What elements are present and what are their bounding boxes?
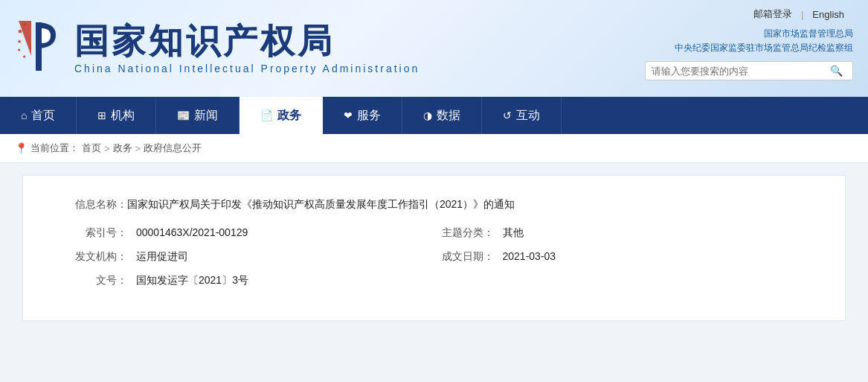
nav-item-gov[interactable]: 📄 政务 — [239, 97, 323, 134]
search-input[interactable] — [652, 66, 830, 77]
topic-value: 其他 — [503, 226, 801, 240]
nav-label-interact: 互动 — [516, 108, 540, 124]
logo-cn: 国家知识产权局 — [74, 22, 419, 60]
info-org-half: 发文机构： 运用促进司 — [68, 250, 434, 264]
info-title-value: 国家知识产权局关于印发《推动知识产权高质量发展年度工作指引（2021）》的通知 — [127, 198, 800, 211]
date-value: 2021-03-03 — [503, 250, 801, 262]
doc-num-value: 国知发运字〔2021〕3号 — [136, 274, 800, 287]
nav-item-institution[interactable]: ⊞ 机构 — [77, 97, 156, 134]
topic-label: 主题分类： — [434, 226, 494, 240]
content-area: 信息名称： 国家知识产权局关于印发《推动知识产权高质量发展年度工作指引（2021… — [22, 175, 846, 321]
svg-text:★: ★ — [17, 48, 21, 52]
sub-link-2[interactable]: 中央纪委国家监委驻市场监管总局纪检监察组 — [675, 41, 853, 55]
svg-text:★: ★ — [17, 39, 22, 44]
breadcrumb-gov[interactable]: 政务 — [113, 141, 132, 155]
sub-link-1[interactable]: 国家市场监督管理总局 — [764, 27, 853, 41]
info-row-docnum: 文号： 国知发运字〔2021〕3号 — [68, 274, 800, 287]
logo-text-area: 国家知识产权局 China National Intellectual Prop… — [74, 22, 419, 75]
nav-label-news: 新闻 — [194, 108, 218, 124]
breadcrumb: 📍 当前位置： 首页 > 政务 > 政府信息公开 — [0, 134, 868, 163]
nav-bar: ⌂ 首页 ⊞ 机构 📰 新闻 📄 政务 ❤ 服务 ◑ 数据 ↺ 互动 — [0, 97, 868, 134]
nav-item-interact[interactable]: ↺ 互动 — [482, 97, 562, 134]
info-index-half: 索引号： 00001463X/2021-00129 — [68, 226, 434, 240]
doc-num-label: 文号： — [68, 274, 127, 287]
header: ★ ★ ★ ★ ★ 国家知识产权局 China National Intelle… — [0, 0, 868, 97]
interact-icon: ↺ — [503, 109, 512, 121]
logo-icon: ★ ★ ★ ★ ★ — [15, 15, 67, 82]
info-date-half: 成文日期： 2021-03-03 — [434, 250, 801, 264]
header-right: 邮箱登录 | English 国家市场监督管理总局 中央纪委国家监委驻市场监管总… — [434, 0, 868, 97]
info-topic-half: 主题分类： 其他 — [434, 226, 801, 240]
breadcrumb-current: 政府信息公开 — [144, 141, 202, 155]
info-title-label: 信息名称： — [68, 198, 127, 211]
news-icon: 📰 — [177, 109, 190, 121]
institution-icon: ⊞ — [97, 109, 106, 121]
nav-label-home: 首页 — [31, 108, 55, 124]
date-label: 成文日期： — [434, 250, 494, 264]
nav-label-institution: 机构 — [111, 108, 135, 124]
index-label: 索引号： — [68, 226, 127, 240]
info-row-index-topic: 索引号： 00001463X/2021-00129 主题分类： 其他 — [68, 226, 800, 240]
info-row-org-date: 发文机构： 运用促进司 成文日期： 2021-03-03 — [68, 250, 800, 264]
nav-item-news[interactable]: 📰 新闻 — [156, 97, 239, 134]
header-sub-links: 国家市场监督管理总局 中央纪委国家监委驻市场监管总局纪检监察组 — [675, 27, 853, 55]
svg-text:★: ★ — [17, 28, 23, 35]
nav-item-home[interactable]: ⌂ 首页 — [0, 97, 77, 134]
nav-item-data[interactable]: ◑ 数据 — [402, 97, 482, 134]
logo-area: ★ ★ ★ ★ ★ 国家知识产权局 China National Intelle… — [0, 0, 434, 97]
org-label: 发文机构： — [68, 250, 127, 264]
header-links: 邮箱登录 | English — [745, 7, 853, 21]
breadcrumb-label: 当前位置： — [30, 141, 79, 155]
english-link[interactable]: English — [803, 9, 853, 20]
data-icon: ◑ — [423, 109, 432, 121]
gov-icon: 📄 — [260, 109, 273, 121]
logo-en: China National Intellectual Property Adm… — [74, 63, 419, 74]
mailbox-link[interactable]: 邮箱登录 — [745, 7, 801, 21]
svg-text:★: ★ — [22, 54, 26, 59]
breadcrumb-home[interactable]: 首页 — [82, 141, 101, 155]
location-icon: 📍 — [15, 142, 28, 154]
svg-text:★: ★ — [22, 22, 26, 27]
info-title-row: 信息名称： 国家知识产权局关于印发《推动知识产权高质量发展年度工作指引（2021… — [68, 198, 800, 211]
home-icon: ⌂ — [21, 109, 27, 121]
service-icon: ❤ — [344, 109, 353, 121]
breadcrumb-sep-1: > — [104, 143, 110, 154]
nav-label-service: 服务 — [357, 108, 381, 124]
search-bar: 🔍 — [645, 61, 853, 80]
nav-label-data: 数据 — [437, 108, 460, 124]
index-value: 00001463X/2021-00129 — [136, 226, 434, 238]
breadcrumb-sep-2: > — [135, 143, 141, 154]
nav-label-gov: 政务 — [277, 108, 301, 124]
search-button[interactable]: 🔍 — [830, 65, 843, 77]
org-value: 运用促进司 — [136, 250, 434, 264]
nav-item-service[interactable]: ❤ 服务 — [323, 97, 402, 134]
